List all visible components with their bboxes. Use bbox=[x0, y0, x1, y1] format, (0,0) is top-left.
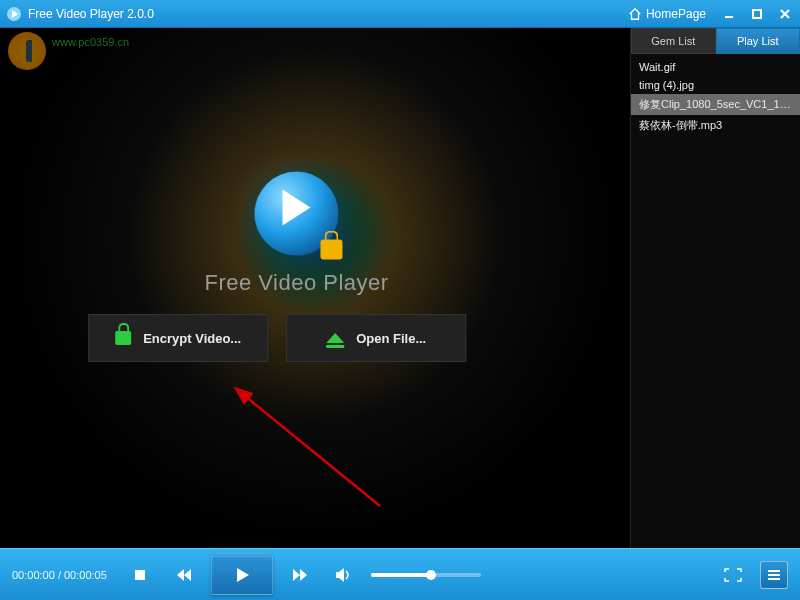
play-icon bbox=[233, 566, 251, 584]
watermark: www.pc0359.cn bbox=[0, 28, 137, 74]
maximize-button[interactable] bbox=[748, 5, 766, 23]
watermark-url: www.pc0359.cn bbox=[52, 32, 129, 48]
svg-line-5 bbox=[245, 396, 380, 506]
titlebar: Free Video Player 2.0.0 HomePage bbox=[0, 0, 800, 28]
fullscreen-icon bbox=[724, 568, 742, 582]
encrypt-video-button[interactable]: Encrypt Video... bbox=[88, 314, 268, 362]
tab-play-list[interactable]: Play List bbox=[716, 28, 801, 54]
list-icon bbox=[767, 569, 781, 581]
playlist-item[interactable]: 修复Clip_1080_5sec_VC1_15... bbox=[631, 94, 800, 115]
playlist-item[interactable]: Wait.gif bbox=[631, 58, 800, 76]
prev-icon bbox=[176, 568, 192, 582]
lock-overlay-icon bbox=[321, 240, 343, 260]
splash-logo-icon bbox=[255, 172, 339, 256]
encrypt-label: Encrypt Video... bbox=[143, 331, 241, 346]
play-button[interactable] bbox=[211, 555, 273, 595]
time-total: 00:00:05 bbox=[64, 569, 107, 581]
tab-gem-list[interactable]: Gem List bbox=[631, 28, 716, 54]
annotation-arrow-icon bbox=[230, 386, 410, 526]
playlist-toggle-button[interactable] bbox=[760, 561, 788, 589]
volume-thumb[interactable] bbox=[426, 570, 436, 580]
homepage-link[interactable]: HomePage bbox=[628, 7, 706, 21]
svg-rect-2 bbox=[753, 10, 761, 18]
stop-icon bbox=[133, 568, 147, 582]
main-area: www.pc0359.cn Free Video Player Encrypt … bbox=[0, 28, 800, 548]
app-icon bbox=[6, 6, 22, 22]
homepage-label: HomePage bbox=[646, 7, 706, 21]
app-title: Free Video Player 2.0.0 bbox=[28, 7, 154, 21]
open-label: Open File... bbox=[356, 331, 426, 346]
fullscreen-button[interactable] bbox=[716, 558, 750, 592]
watermark-logo-icon bbox=[8, 32, 46, 70]
volume-button[interactable] bbox=[327, 558, 361, 592]
volume-icon bbox=[335, 567, 353, 583]
eject-icon bbox=[326, 333, 344, 343]
playlist[interactable]: Wait.giftimg (4).jpg修复Clip_1080_5sec_VC1… bbox=[631, 54, 800, 548]
volume-fill bbox=[371, 573, 432, 577]
control-bar: 00:00:00 / 00:00:05 bbox=[0, 548, 800, 600]
sidebar: Gem List Play List Wait.giftimg (4).jpg修… bbox=[630, 28, 800, 548]
splash: Free Video Player bbox=[204, 172, 388, 296]
lock-icon bbox=[115, 331, 131, 345]
next-button[interactable] bbox=[283, 558, 317, 592]
action-button-row: Encrypt Video... Open File... bbox=[88, 314, 466, 362]
sidebar-tabs: Gem List Play List bbox=[631, 28, 800, 54]
home-icon bbox=[628, 7, 642, 21]
playlist-item[interactable]: 蔡依林-倒带.mp3 bbox=[631, 115, 800, 136]
stop-button[interactable] bbox=[123, 558, 157, 592]
splash-title: Free Video Player bbox=[204, 270, 388, 296]
time-display: 00:00:00 / 00:00:05 bbox=[12, 569, 107, 581]
playlist-item[interactable]: timg (4).jpg bbox=[631, 76, 800, 94]
time-current: 00:00:00 bbox=[12, 569, 55, 581]
close-button[interactable] bbox=[776, 5, 794, 23]
minimize-button[interactable] bbox=[720, 5, 738, 23]
video-area[interactable]: www.pc0359.cn Free Video Player Encrypt … bbox=[0, 28, 630, 548]
svg-rect-6 bbox=[135, 570, 145, 580]
volume-slider[interactable] bbox=[371, 573, 481, 577]
prev-button[interactable] bbox=[167, 558, 201, 592]
next-icon bbox=[292, 568, 308, 582]
open-file-button[interactable]: Open File... bbox=[286, 314, 466, 362]
